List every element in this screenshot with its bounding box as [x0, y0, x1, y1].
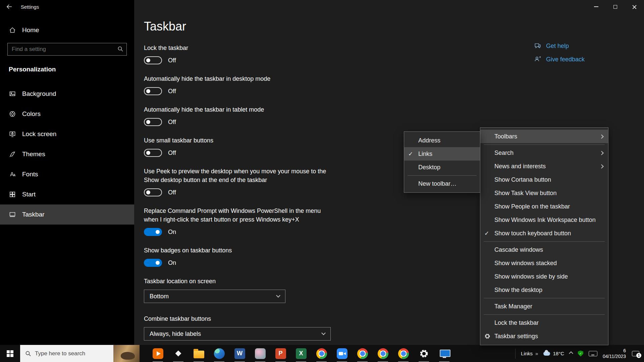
menu-item-show-cortana[interactable]: Show Cortana button: [480, 173, 608, 186]
menu-item-label: Show Windows Ink Workspace button: [494, 217, 596, 224]
powerpoint-icon: [275, 348, 286, 359]
links-toolbar-overflow[interactable]: »: [535, 351, 538, 356]
submenu-item-address[interactable]: Address: [404, 134, 480, 147]
sidebar-nav: Background Colors Lock screen Themes Fon…: [0, 84, 134, 225]
sidebar-item-home[interactable]: Home: [0, 22, 134, 38]
tray-time: 6: [603, 348, 626, 354]
back-button[interactable]: [6, 4, 13, 10]
notification-badge: 1: [636, 353, 641, 358]
close-icon: [632, 4, 637, 9]
links-toolbar[interactable]: Links »: [521, 351, 538, 356]
taskbar-search[interactable]: Type here to search: [20, 345, 140, 362]
search-input[interactable]: [7, 43, 127, 56]
sidebar-item-label: Start: [22, 191, 36, 198]
menu-item-taskbar-settings[interactable]: Taskbar settings: [480, 329, 608, 343]
search-icon[interactable]: [117, 46, 124, 52]
check-icon: [484, 230, 494, 237]
sidebar-item-start[interactable]: Start: [0, 184, 134, 204]
taskbar-app-zoom[interactable]: [332, 345, 352, 362]
taskbar-app-word[interactable]: [229, 345, 250, 362]
setting-peek: Use Peek to preview the desktop when you…: [144, 167, 327, 196]
tray-clock[interactable]: 6 04/11/2023: [603, 348, 626, 359]
menu-item-task-manager[interactable]: Task Manager: [480, 300, 608, 313]
check-icon: [408, 150, 418, 157]
background-icon: [9, 90, 16, 97]
taskbar-app-chrome-3[interactable]: [373, 345, 393, 362]
taskbar-app-chrome-4[interactable]: [393, 345, 414, 362]
toggle-state-label: Off: [168, 88, 176, 95]
touch-keyboard-icon[interactable]: [589, 351, 597, 356]
submenu-item-new-toolbar[interactable]: New toolbar…: [404, 177, 480, 190]
autohide-desktop-toggle[interactable]: [144, 87, 162, 95]
menu-item-show-touch-keyboard[interactable]: Show touch keyboard button: [480, 227, 608, 240]
menu-item-show-windows-stacked[interactable]: Show windows stacked: [480, 256, 608, 270]
lock-taskbar-toggle[interactable]: [144, 56, 162, 64]
menu-item-toolbars[interactable]: Toolbars: [480, 130, 608, 143]
menu-item-search[interactable]: Search: [480, 146, 608, 160]
taskbar-search-placeholder: Type here to search: [35, 350, 85, 357]
sidebar-item-colors[interactable]: Colors: [0, 104, 134, 124]
minimize-button[interactable]: [587, 0, 606, 13]
menu-separator: [484, 314, 605, 315]
taskbar-app-powerpoint[interactable]: [270, 345, 291, 362]
menu-item-show-task-view[interactable]: Show Task View button: [480, 186, 608, 200]
menu-item-cascade-windows[interactable]: Cascade windows: [480, 243, 608, 256]
taskbar-app-remote-desktop[interactable]: [434, 345, 454, 362]
start-button[interactable]: [0, 345, 20, 362]
security-shield-icon[interactable]: ✓: [578, 351, 583, 357]
autohide-tablet-toggle[interactable]: [144, 118, 162, 126]
peek-toggle[interactable]: [144, 188, 162, 196]
setting-taskbar-location: Taskbar location on screen Bottom: [144, 277, 327, 303]
maximize-button[interactable]: [606, 0, 625, 13]
taskbar-app-chrome-2[interactable]: [352, 345, 373, 362]
badges-toggle[interactable]: [144, 259, 162, 267]
show-hidden-icons-button[interactable]: [569, 351, 573, 356]
taskbar-app-unknown-2[interactable]: [250, 345, 270, 362]
menu-item-show-the-desktop[interactable]: Show the desktop: [480, 283, 608, 297]
weather-widget[interactable]: 18°C: [543, 351, 564, 356]
sidebar-item-lock-screen[interactable]: Lock screen: [0, 124, 134, 144]
taskbar-app-file-explorer[interactable]: [189, 345, 209, 362]
submenu-item-links[interactable]: Links: [404, 147, 480, 161]
menu-item-label: Show touch keyboard button: [494, 230, 571, 237]
menu-item-show-ink-workspace[interactable]: Show Windows Ink Workspace button: [480, 213, 608, 227]
give-feedback-link[interactable]: Give feedback: [534, 54, 585, 64]
taskbar-location-dropdown[interactable]: Bottom: [144, 290, 285, 303]
menu-item-show-people[interactable]: Show People on the taskbar: [480, 200, 608, 213]
search-highlight-image[interactable]: [113, 345, 140, 362]
sidebar-item-background[interactable]: Background: [0, 84, 134, 104]
get-help-link[interactable]: Get help: [534, 41, 585, 51]
maximize-icon: [613, 5, 617, 9]
powershell-toggle[interactable]: [144, 228, 162, 236]
setting-label: Replace Command Prompt with Windows Powe…: [144, 206, 327, 224]
taskbar-app-settings[interactable]: [414, 345, 434, 362]
chrome-icon: [378, 348, 388, 359]
menu-item-lock-the-taskbar[interactable]: Lock the taskbar: [480, 316, 608, 329]
taskbar-app-media-player[interactable]: [148, 345, 168, 362]
monitor-icon: [439, 348, 450, 359]
taskbar-app-unknown[interactable]: [168, 345, 189, 362]
home-icon: [9, 27, 16, 34]
chevron-down-icon: [321, 331, 326, 335]
menu-item-news-and-interests[interactable]: News and interests: [480, 160, 608, 173]
combine-buttons-dropdown[interactable]: Always, hide labels: [144, 327, 331, 341]
taskbar-toolbar-separator: [515, 349, 516, 359]
give-feedback-label: Give feedback: [546, 56, 585, 63]
sidebar-item-fonts[interactable]: Fonts: [0, 164, 134, 184]
menu-item-label: Search: [494, 149, 514, 157]
small-buttons-toggle[interactable]: [144, 149, 162, 157]
close-button[interactable]: [625, 0, 644, 13]
submenu-item-desktop[interactable]: Desktop: [404, 161, 480, 174]
sidebar-item-themes[interactable]: Themes: [0, 144, 134, 164]
sidebar-item-taskbar[interactable]: Taskbar: [0, 204, 134, 225]
excel-icon: [296, 348, 307, 359]
chevron-right-icon: [599, 134, 604, 139]
fonts-icon: [9, 171, 16, 178]
menu-item-show-windows-side-by-side[interactable]: Show windows side by side: [480, 270, 608, 283]
notification-center-icon[interactable]: 1: [631, 350, 640, 357]
taskbar-app-excel[interactable]: [291, 345, 311, 362]
taskbar-app-edge[interactable]: [209, 345, 229, 362]
taskbar-app-chrome-1[interactable]: [311, 345, 332, 362]
section-header: Personalization: [9, 66, 56, 73]
links-toolbar-label: Links: [521, 351, 533, 356]
